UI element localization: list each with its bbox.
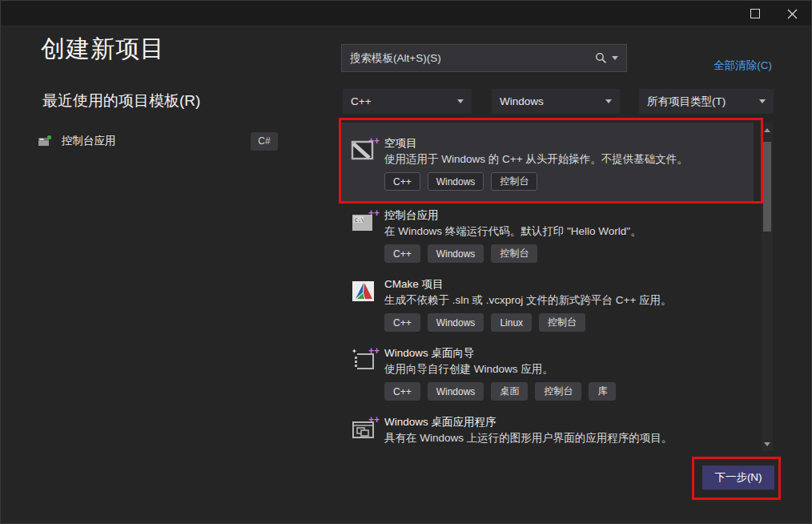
clear-all-link[interactable]: 全部清除(C) [714, 58, 772, 73]
template-title: CMake 项目 [384, 276, 744, 292]
desktop-wizard-icon: ++✦ [351, 346, 380, 409]
project-type-dropdown[interactable]: 所有项目类型(T) [639, 89, 774, 114]
template-description: 使用适用于 Windows 的 C++ 从头开始操作。不提供基础文件。 [384, 151, 744, 167]
scroll-up-button[interactable] [762, 124, 773, 135]
template-description: 具有在 Windows 上运行的图形用户界面的应用程序的项目。 [384, 430, 744, 446]
template-tag[interactable]: C++ [384, 244, 420, 263]
template-description: 生成不依赖于 .sln 或 .vcxproj 文件的新式跨平台 C++ 应用。 [384, 292, 744, 308]
template-description: 在 Windows 终端运行代码。默认打印 "Hello World"。 [384, 224, 744, 240]
template-title: 控制台应用 [384, 208, 744, 224]
platform-dropdown[interactable]: Windows [492, 89, 620, 114]
template-tag[interactable]: Windows [428, 172, 484, 191]
recent-item-language-badge: C# [251, 132, 278, 151]
search-options-chevron-icon[interactable] [612, 56, 618, 60]
template-tag[interactable]: Linux [491, 313, 532, 332]
template-tag[interactable]: Windows [428, 244, 484, 263]
template-list: ++空项目使用适用于 Windows 的 C++ 从头开始操作。不提供基础文件。… [341, 123, 754, 451]
close-icon [787, 9, 798, 19]
scrollbar-thumb[interactable] [763, 142, 771, 232]
console-app-icon: ++C:\ [351, 208, 380, 272]
maximize-button[interactable] [737, 1, 774, 26]
recent-item-console-app[interactable]: 控制台应用 C# [38, 127, 278, 155]
template-tag[interactable]: Windows [428, 382, 484, 401]
template-item-2[interactable]: CMake 项目生成不依赖于 .sln 或 .vcxproj 文件的新式跨平台 … [341, 272, 754, 341]
recent-item-label: 控制台应用 [62, 134, 251, 148]
page-title: 创建新项目 [41, 33, 165, 66]
desktop-app-icon: ++ [351, 415, 380, 451]
template-tag[interactable]: 控制台 [539, 313, 585, 332]
create-new-project-dialog: 创建新项目 全部清除(C) C++ Windows 所有项目类型(T) 最近使用… [0, 0, 812, 524]
triangle-up-icon [764, 128, 770, 132]
template-tag[interactable]: C++ [384, 172, 420, 191]
search-input[interactable] [342, 52, 595, 64]
search-box [341, 44, 627, 72]
language-dropdown[interactable]: C++ [343, 89, 472, 114]
search-icon[interactable] [595, 52, 607, 64]
template-tag[interactable]: Windows [428, 313, 484, 332]
template-tag[interactable]: 控制台 [535, 382, 581, 401]
template-title: 空项目 [384, 135, 744, 151]
template-tag[interactable]: 库 [589, 382, 616, 401]
language-dropdown-value: C++ [351, 95, 372, 107]
svg-text:✦: ✦ [352, 348, 357, 355]
close-button[interactable] [774, 1, 810, 26]
template-item-3[interactable]: ++✦Windows 桌面向导使用向导自行创建 Windows 应用。C++Wi… [341, 341, 754, 409]
template-item-0[interactable]: ++空项目使用适用于 Windows 的 C++ 从头开始操作。不提供基础文件。… [341, 123, 754, 203]
template-item-1[interactable]: ++C:\控制台应用在 Windows 终端运行代码。默认打印 "Hello W… [341, 203, 754, 272]
console-app-small-icon [38, 135, 52, 147]
template-tag[interactable]: 控制台 [491, 172, 537, 191]
cmake-icon [351, 277, 380, 341]
template-title: Windows 桌面应用程序 [384, 414, 744, 430]
chevron-down-icon [457, 99, 464, 103]
triangle-down-icon [764, 442, 770, 446]
template-tag[interactable]: 桌面 [491, 382, 528, 401]
template-title: Windows 桌面向导 [384, 345, 744, 361]
template-tag[interactable]: C++ [384, 382, 420, 401]
title-bar [1, 1, 811, 26]
platform-dropdown-value: Windows [500, 95, 544, 107]
svg-text:C:\: C:\ [355, 217, 364, 224]
maximize-icon [750, 9, 760, 18]
scroll-down-button[interactable] [762, 438, 773, 449]
next-button[interactable]: 下一步(N) [702, 466, 774, 490]
template-item-4[interactable]: ++Windows 桌面应用程序具有在 Windows 上运行的图形用户界面的应… [341, 409, 754, 451]
chevron-down-icon [759, 99, 766, 103]
scrollbar[interactable] [762, 123, 773, 451]
template-tag[interactable]: 控制台 [491, 244, 537, 263]
project-type-dropdown-value: 所有项目类型(T) [647, 95, 726, 109]
recent-templates-header: 最近使用的项目模板(R) [42, 91, 200, 111]
template-tag[interactable]: C++ [384, 313, 420, 332]
empty-project-icon: ++ [351, 136, 380, 203]
template-description: 使用向导自行创建 Windows 应用。 [384, 361, 744, 377]
chevron-down-icon [605, 99, 612, 103]
